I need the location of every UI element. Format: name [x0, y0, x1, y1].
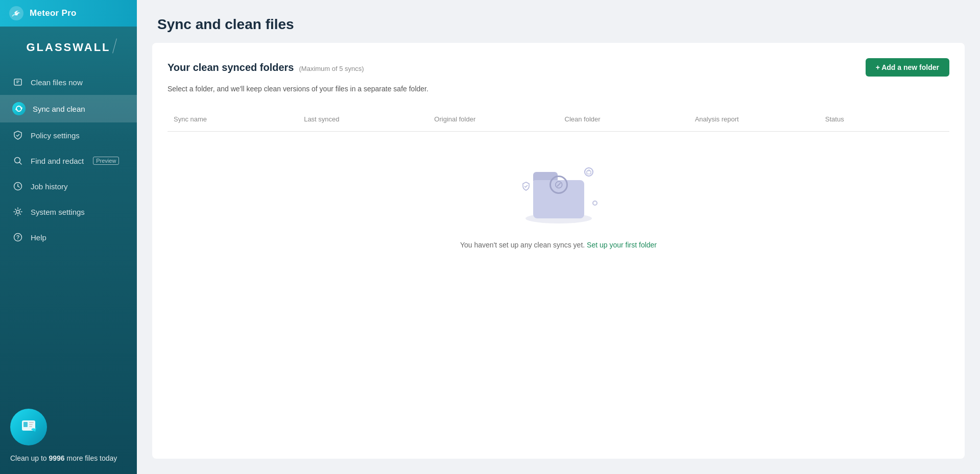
search-icon [12, 155, 23, 166]
svg-rect-16 [29, 424, 33, 425]
empty-message: You haven't set up any clean syncs yet. … [460, 241, 657, 249]
sidebar-item-label: Sync and clean [33, 105, 85, 113]
cleanup-text: Clean up to 9996 more files today [10, 454, 117, 464]
clean-icon [12, 77, 23, 88]
sidebar-item-label: Clean files now [31, 78, 83, 87]
page-header: Sync and clean files [137, 0, 980, 43]
sidebar-item-label: System settings [31, 208, 85, 216]
brand-logo: GLASSWALL [0, 27, 137, 64]
sidebar-item-label: Policy settings [31, 131, 80, 140]
th-status: Status [819, 112, 949, 126]
sidebar-item-label: Job history [31, 182, 68, 191]
main-content: Sync and clean files Your clean synced f… [137, 0, 980, 474]
folders-title-group: Your clean synced folders (Maximum of 5 … [168, 62, 364, 73]
empty-illustration [518, 162, 600, 229]
svg-line-9 [18, 186, 19, 187]
page-title: Sync and clean files [157, 16, 960, 33]
preview-badge: Preview [93, 157, 119, 165]
mascot-avatar [10, 409, 47, 445]
sidebar-bottom: Clean up to 9996 more files today [0, 398, 137, 474]
svg-line-6 [19, 162, 21, 164]
cleanup-count: 9996 [49, 454, 65, 462]
svg-rect-2 [14, 79, 21, 85]
th-last-synced: Last synced [298, 112, 428, 126]
sidebar-item-clean-files-now[interactable]: Clean files now [0, 69, 137, 95]
sidebar-item-label: Find and redact [31, 157, 84, 165]
app-logo-icon [8, 5, 25, 21]
empty-state: You haven't set up any clean syncs yet. … [168, 132, 949, 269]
topbar: Meteor Pro [0, 0, 137, 27]
folders-header: Your clean synced folders (Maximum of 5 … [168, 58, 949, 77]
add-folder-button[interactable]: + Add a new folder [866, 58, 949, 77]
shield-icon [12, 130, 23, 141]
th-original-folder: Original folder [428, 112, 558, 126]
th-clean-folder: Clean folder [559, 112, 689, 126]
sidebar-item-job-history[interactable]: Job history [0, 173, 137, 199]
settings-icon [12, 206, 23, 217]
svg-rect-15 [29, 422, 34, 423]
th-analysis-report: Analysis report [689, 112, 819, 126]
clock-icon [12, 181, 23, 192]
app-name: Meteor Pro [30, 8, 77, 18]
folders-title: Your clean synced folders [168, 62, 294, 73]
th-sync-name: Sync name [168, 112, 298, 126]
sidebar-item-system-settings[interactable]: System settings [0, 199, 137, 224]
brand-name: GLASSWALL [26, 41, 110, 54]
sidebar-item-find-and-redact[interactable]: Find and redact Preview [0, 148, 137, 173]
description-text: Select a folder, and we'll keep clean ve… [168, 85, 949, 93]
help-icon: ? [12, 232, 23, 243]
svg-text:?: ? [16, 234, 20, 240]
svg-rect-18 [587, 171, 591, 174]
content-area: Your clean synced folders (Maximum of 5 … [152, 43, 965, 459]
sync-icon [12, 102, 26, 115]
sidebar-item-sync-and-clean[interactable]: Sync and clean [0, 95, 137, 122]
sidebar-item-policy-settings[interactable]: Policy settings [0, 122, 137, 148]
sidebar: Meteor Pro GLASSWALL Clean files now [0, 0, 137, 474]
sidebar-item-help[interactable]: ? Help [0, 224, 137, 250]
svg-rect-17 [29, 426, 32, 427]
folders-subtitle: (Maximum of 5 syncs) [299, 65, 364, 72]
svg-rect-14 [23, 422, 28, 427]
mascot-icon [17, 413, 40, 441]
table-header: Sync name Last synced Original folder Cl… [168, 107, 949, 132]
svg-point-10 [16, 210, 19, 213]
setup-first-folder-link[interactable]: Set up your first folder [587, 241, 657, 249]
nav-menu: Clean files now Sync and clean [0, 64, 137, 398]
sidebar-item-label: Help [31, 233, 46, 242]
